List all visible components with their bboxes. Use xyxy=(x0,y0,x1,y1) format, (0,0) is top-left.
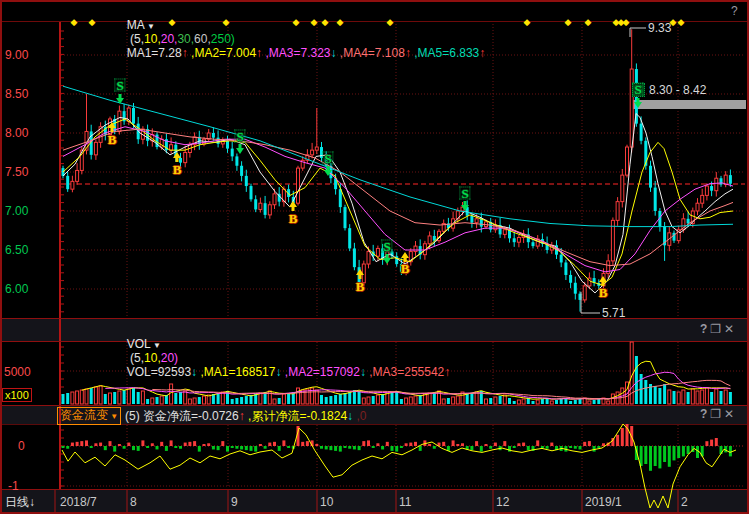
ma-param: 30, xyxy=(177,32,194,46)
low-price-annotation: 5.71 xyxy=(602,306,625,320)
vol-value: VOL=92593 xyxy=(127,365,191,379)
sell-signal: S xyxy=(114,79,125,92)
event-diamond-icon[interactable]: ◆ xyxy=(311,17,318,27)
buy-signal: B xyxy=(356,279,365,295)
ma-param: 250) xyxy=(211,32,235,46)
buy-signal: B xyxy=(173,162,182,178)
vol-axis-label: 5000 xyxy=(4,365,31,379)
date-axis-label: 2018/7 xyxy=(60,495,97,509)
funds-values: (5) 资金净流=-0.0726↑ ,累计净流=-0.1824↓ ,0 xyxy=(125,408,366,425)
high-price-annotation: 9.33 xyxy=(648,21,671,35)
date-axis-label: 2019/1 xyxy=(585,495,622,509)
maximize-icon: ❐ xyxy=(710,322,724,336)
event-diamond-icon[interactable]: ◆ xyxy=(337,17,344,27)
sell-signal: S xyxy=(632,83,643,96)
event-diamond-icon[interactable]: ◆ xyxy=(71,17,78,27)
vol-indicator-header: VOL ▼ (5,10,20) VOL=92593↓ ,MA1=168517↓ … xyxy=(120,323,454,379)
buy-signal: B xyxy=(289,211,298,227)
date-axis-bar xyxy=(0,490,749,512)
event-diamond-icon[interactable]: ◆ xyxy=(322,17,329,27)
funds-window-controls[interactable]: ?❐✕ xyxy=(700,407,737,421)
date-axis-label: 12 xyxy=(496,495,509,509)
buy-signal: B xyxy=(401,261,410,277)
ma-value: ,MA2=7.004 xyxy=(191,46,256,60)
vol-unit-badge: x100 xyxy=(2,388,32,402)
vol-params: (5,10,20) xyxy=(127,351,178,365)
price-axis-label: 8.50 xyxy=(5,87,28,101)
sell-signal: S xyxy=(234,130,245,143)
down-arrow-icon: ↓ xyxy=(275,365,284,379)
maximize-icon: ❐ xyxy=(710,407,724,421)
vol-window-controls[interactable]: ?❐✕ xyxy=(700,322,737,336)
event-diamond-icon[interactable]: ◆ xyxy=(678,17,685,27)
buy-signal: B xyxy=(108,132,117,148)
down-arrow-icon: ↓ xyxy=(331,46,340,60)
up-arrow-icon: ↑ xyxy=(479,46,488,60)
trading-app-window: { "main_header": { "indicator_label": "M… xyxy=(0,0,749,514)
event-diamond-icon[interactable]: ◆ xyxy=(169,17,176,27)
close-icon: ✕ xyxy=(724,322,737,336)
ma-param: (5, xyxy=(130,32,144,46)
event-diamond-icon[interactable]: ◆ xyxy=(585,17,592,27)
price-range-annotation: 8.30 - 8.42 xyxy=(649,83,706,97)
event-diamond-icon[interactable]: ◆ xyxy=(293,17,300,27)
vol-dropdown[interactable]: VOL ▼ xyxy=(127,337,161,351)
up-arrow-icon: ↑ xyxy=(239,409,248,423)
ma-param: 60, xyxy=(194,32,211,46)
main-indicator-header: MA ▼ (5,10,20,30,60,250) MA1=7.28↑ ,MA2=… xyxy=(120,4,489,60)
vol-param: 10, xyxy=(144,351,161,365)
close-icon: ✕ xyxy=(724,407,737,421)
event-diamond-icon[interactable]: ◆ xyxy=(387,17,394,27)
date-axis-label: 2 xyxy=(681,495,688,509)
event-diamond-icon[interactable]: ◆ xyxy=(623,17,630,27)
vol-param: (5, xyxy=(130,351,144,365)
price-axis-label: 9.00 xyxy=(5,48,28,62)
vol-value: ,MA2=157092 xyxy=(285,365,360,379)
date-axis-label: 8 xyxy=(130,495,137,509)
funds-axis-label: 0 xyxy=(18,439,25,453)
ma-value: ,MA4=7.108 xyxy=(340,46,405,60)
funds-indicator-dropdown[interactable]: 资金流变 ▼ xyxy=(57,407,121,425)
ma-value: ,MA5=6.833 xyxy=(414,46,479,60)
funds-axis-label: -1 xyxy=(8,479,19,493)
up-arrow-icon: ↑ xyxy=(405,46,414,60)
date-axis-label: 9 xyxy=(231,495,238,509)
up-arrow-icon: ↑ xyxy=(182,46,191,60)
event-diamond-icon[interactable]: ◆ xyxy=(89,17,96,27)
vol-param: 20) xyxy=(161,351,178,365)
funds-plot[interactable] xyxy=(61,425,745,489)
ma-values: MA1=7.28↑ ,MA2=7.004↑ ,MA3=7.323↓ ,MA4=7… xyxy=(127,46,489,60)
vol-value: ,MA1=168517 xyxy=(200,365,275,379)
event-diamond-icon[interactable]: ◆ xyxy=(565,17,572,27)
price-axis-label: 7.50 xyxy=(5,165,28,179)
sell-signal: S xyxy=(322,152,333,165)
sell-signal: S xyxy=(381,240,392,253)
period-selector[interactable]: 日线↓ xyxy=(5,494,35,511)
event-diamond-icon[interactable]: ◆ xyxy=(223,17,230,27)
date-axis-label: 10 xyxy=(320,495,333,509)
down-arrow-icon: ↓ xyxy=(360,365,369,379)
help-icon[interactable]: ? xyxy=(731,4,738,18)
down-arrow-icon: ↓ xyxy=(29,495,35,509)
indicator-dropdown[interactable]: MA ▼ xyxy=(127,18,155,32)
buy-signal: B xyxy=(599,285,608,301)
price-axis-label: 8.00 xyxy=(5,126,28,140)
ma-param: 20, xyxy=(161,32,178,46)
ma-params: (5,10,20,30,60,250) xyxy=(127,32,235,46)
price-axis-label: 6.00 xyxy=(5,282,28,296)
funds-value: ,0 xyxy=(356,409,366,423)
price-axis-label: 7.00 xyxy=(5,204,28,218)
funds-value: (5) 资金净流=-0.0726 xyxy=(125,409,239,423)
vol-values: VOL=92593↓ ,MA1=168517↓ ,MA2=157092↓ ,MA… xyxy=(127,365,454,379)
ma-value: MA1=7.28 xyxy=(127,46,182,60)
vol-value: ,MA3=255542 xyxy=(369,365,444,379)
help-icon: ? xyxy=(700,407,710,421)
event-diamond-icon[interactable]: ◆ xyxy=(524,17,531,27)
funds-value: ,累计净流=-0.1824 xyxy=(248,409,347,423)
up-arrow-icon: ↑ xyxy=(444,365,453,379)
help-icon: ? xyxy=(700,322,710,336)
sell-signal: S xyxy=(459,187,470,200)
ma-value: ,MA3=7.323 xyxy=(265,46,330,60)
price-axis-label: 6.50 xyxy=(5,243,28,257)
date-axis-label: 11 xyxy=(399,495,411,509)
